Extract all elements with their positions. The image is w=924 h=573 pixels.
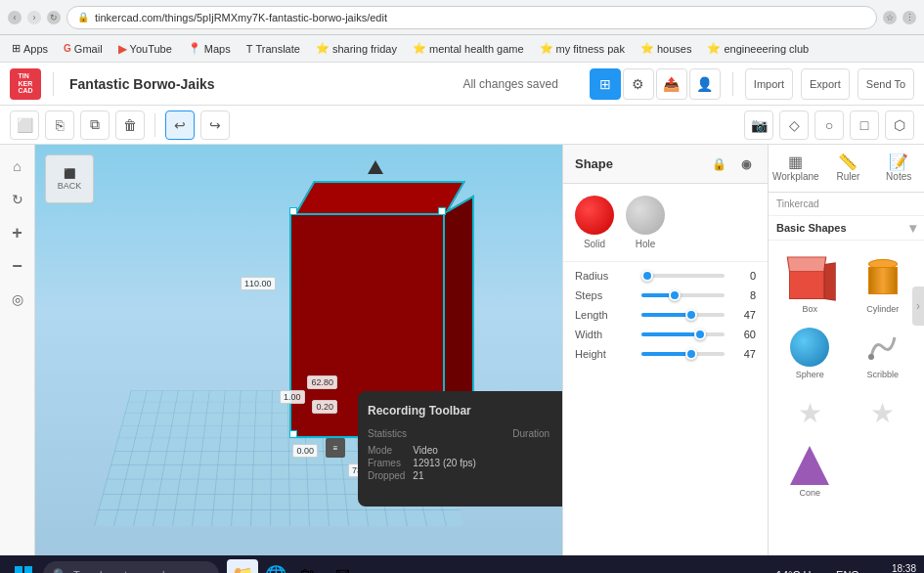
taskbar-search[interactable]: 🔍 Type here to search	[43, 561, 219, 573]
user-btn[interactable]: 👤	[689, 68, 721, 100]
undo-btn[interactable]: ↩	[165, 110, 195, 140]
shape-card-box[interactable]: Box	[776, 248, 844, 318]
star-button[interactable]: ☆	[883, 11, 897, 24]
import-btn[interactable]: Import	[745, 68, 793, 100]
bookmark-youtube[interactable]: ▶YouTube	[114, 40, 176, 58]
send-to-btn[interactable]: Send To	[858, 68, 914, 100]
view1-btn[interactable]: ◇	[779, 110, 809, 140]
bookmark-mental-health[interactable]: ⭐mental health game	[409, 40, 528, 57]
width-thumb[interactable]	[694, 329, 706, 340]
duration-header: Duration	[512, 428, 550, 439]
bookmark-sharing-friday[interactable]: ⭐sharing friday	[312, 40, 401, 57]
export-btn[interactable]: Export	[801, 68, 850, 100]
length-thumb[interactable]	[685, 309, 697, 321]
bookmark-houses[interactable]: ⭐houses	[637, 40, 695, 57]
camera-btn[interactable]: 📷	[744, 110, 773, 140]
box-shape-icon	[785, 252, 834, 301]
taskbar-clock: 18:38 18/06/2021	[867, 562, 916, 573]
recording-column-headers: Statistics Duration Audio	[368, 428, 562, 439]
length-value: 47	[732, 309, 756, 321]
handle-bl[interactable]	[289, 430, 297, 438]
bookmark-gmail[interactable]: GGmail	[60, 41, 107, 57]
taskbar-app-file-explorer[interactable]: 📁	[227, 559, 258, 573]
handle-tl[interactable]	[289, 207, 297, 215]
sphere-label: Sphere	[796, 370, 824, 379]
height-thumb[interactable]	[685, 348, 697, 360]
cyl-body	[868, 267, 898, 294]
bookmark-engineering[interactable]: ⭐engineeering club	[703, 40, 813, 57]
height-label: Height	[575, 348, 634, 360]
viewport[interactable]: ⬛ BACK 110.00	[35, 145, 562, 555]
width-slider[interactable]	[641, 332, 725, 336]
forward-button[interactable]: ›	[27, 11, 41, 24]
tools-btn[interactable]: ⚙	[623, 68, 654, 100]
shape-card-cylinder[interactable]: Cylinder	[850, 248, 917, 318]
share-btn[interactable]: 📤	[656, 68, 687, 100]
reload-button[interactable]: ↻	[47, 11, 61, 24]
back-view-btn[interactable]: ⬛ BACK	[45, 154, 94, 203]
taskbar-app-store[interactable]: 🛍	[293, 559, 325, 573]
redo-btn[interactable]: ↪	[200, 110, 230, 140]
group-btn[interactable]: ⧉	[80, 110, 110, 140]
home-tool[interactable]: ⌂	[4, 153, 31, 180]
handle-tr[interactable]	[438, 207, 446, 215]
view2-btn[interactable]: ○	[814, 110, 844, 140]
steps-thumb[interactable]	[669, 289, 681, 301]
scribble-shape-icon	[863, 328, 902, 367]
tab-workplane[interactable]: ▦ Workplane	[769, 145, 823, 192]
shape-card-star2[interactable]: ★	[850, 389, 917, 436]
view3-btn[interactable]: □	[850, 110, 879, 140]
taskbar-tray: 14°C Haze ENG 18:38 18/06/2021	[776, 562, 916, 573]
width-label: Width	[575, 329, 634, 340]
bookmark-maps[interactable]: 📍Maps	[184, 40, 235, 57]
mail-icon: ✉	[335, 564, 350, 573]
back-label: BACK	[58, 181, 82, 191]
length-slider[interactable]	[641, 313, 725, 317]
language-indicator: ENG	[836, 569, 859, 573]
eye-panel-icon[interactable]: ◉	[736, 154, 756, 174]
menu-button[interactable]: ⋮	[902, 11, 916, 24]
steps-slider[interactable]	[641, 293, 725, 297]
tab-notes[interactable]: 📝 Notes	[873, 145, 924, 192]
zoom-out-tool[interactable]: −	[4, 252, 31, 280]
dropdown-arrow[interactable]: ▾	[909, 220, 916, 236]
bookmark-translate[interactable]: TTranslate	[242, 41, 304, 57]
bookmark-apps[interactable]: ⊞Apps	[8, 40, 52, 57]
taskbar-app-edge[interactable]: 🌐	[260, 559, 291, 573]
start-button[interactable]	[8, 559, 39, 573]
move-arrow-up[interactable]	[368, 160, 383, 174]
shape-panel-header: Shape 🔒 ◉	[563, 145, 768, 184]
zoom-in-tool[interactable]: +	[4, 219, 31, 246]
copy-btn[interactable]: ⎘	[45, 110, 74, 140]
address-bar[interactable]: 🔒 tinkercad.com/things/5pIjRMXmy7K-fanta…	[66, 6, 877, 29]
tab-ruler[interactable]: 📏 Ruler	[823, 145, 874, 192]
length-label: Length	[575, 309, 634, 321]
hole-circle	[626, 196, 665, 235]
radius-slider[interactable]	[641, 274, 725, 278]
shape-card-scribble[interactable]: Scribble	[850, 324, 917, 383]
mirror-btn[interactable]: ⬡	[885, 110, 914, 140]
shape-panel: Shape 🔒 ◉ Solid Hole Radius	[562, 145, 768, 555]
radius-value: 0	[732, 270, 756, 282]
delete-btn[interactable]: 🗑	[115, 110, 145, 140]
fit-tool[interactable]: ◎	[4, 286, 31, 313]
shape-card-sphere[interactable]: Sphere	[776, 324, 844, 383]
radius-thumb[interactable]	[641, 270, 653, 282]
rotate-tool[interactable]: ↻	[4, 186, 31, 213]
select-btn[interactable]: ⬜	[10, 110, 39, 140]
shape-card-star1[interactable]: ★	[776, 389, 844, 436]
height-slider[interactable]	[641, 352, 725, 356]
store-icon: 🛍	[300, 565, 318, 574]
grid-view-btn[interactable]: ⊞	[590, 68, 621, 100]
lock-panel-icon[interactable]: 🔒	[709, 154, 728, 174]
measure-icon[interactable]: ≡	[326, 438, 345, 458]
back-button[interactable]: ‹	[8, 11, 22, 24]
ruler-icon: 📏	[827, 153, 870, 171]
shape-card-cone[interactable]: Cone	[776, 442, 844, 502]
hole-option[interactable]: Hole	[626, 196, 665, 249]
shape-panel-title: Shape	[575, 156, 613, 171]
bookmark-fitness[interactable]: ⭐my fitness pak	[536, 40, 629, 57]
solid-option[interactable]: Solid	[575, 196, 614, 249]
taskbar-app-mail[interactable]: ✉	[327, 559, 358, 573]
collapse-panel-btn[interactable]: ›	[912, 286, 924, 326]
